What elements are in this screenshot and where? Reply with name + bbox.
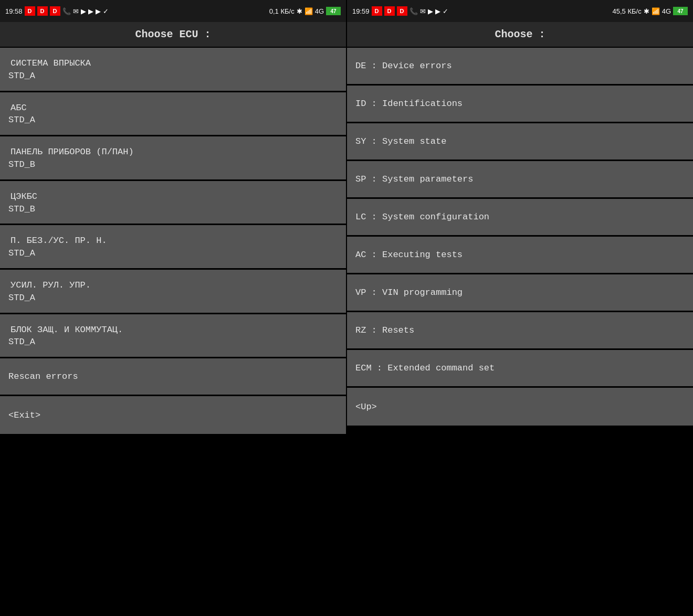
menu-item-id[interactable]: ID : Identifications	[347, 86, 693, 123]
check-icon-r: ✓	[443, 7, 448, 15]
menu-item-sistema-line1: СИСТЕМА ВПРЫСКА	[8, 57, 91, 70]
red-icon-r1: D	[372, 6, 382, 16]
signal-type-right: 4G	[662, 7, 671, 15]
menu-item-id-label: ID : Identifications	[355, 99, 463, 109]
menu-item-rescan-label: Rescan errors	[8, 371, 78, 381]
red-icon-2: D	[37, 6, 48, 16]
menu-item-lc[interactable]: LC : System configuration	[347, 199, 693, 237]
menu-item-pbez-line2: STD_A	[8, 247, 35, 260]
yt-icon-r: ▶	[428, 7, 433, 15]
status-left-icons: 19:58 D D D 📞 ✉ ▶ ▶ ▶ ✓	[5, 6, 109, 16]
menu-item-blok[interactable]: БЛОК ЗАЩ. И КОММУТАЦ. STD_A	[0, 314, 346, 359]
message-icon-r: ✉	[420, 7, 426, 15]
menu-item-vp-label: VP : VIN programming	[355, 288, 463, 298]
speed-left: 0,1 КБ/с	[269, 7, 295, 15]
menu-item-usil[interactable]: УСИЛ. РУЛ. УПР. STD_A	[0, 270, 346, 314]
menu-item-panel[interactable]: ПАНЕЛЬ ПРИБОРОВ (П/ПАН) STD_B	[0, 136, 346, 181]
menu-item-usil-line2: STD_A	[8, 292, 35, 304]
screen-left-title: Choose ECU :	[0, 22, 346, 48]
menu-item-blok-line1: БЛОК ЗАЩ. И КОММУТАЦ.	[8, 324, 123, 336]
menu-item-abs-line2: STD_A	[8, 114, 35, 126]
menu-item-up-label: <Up>	[355, 402, 377, 412]
screen-right: Choose : DE : Device errors ID : Identif…	[347, 22, 693, 616]
menu-item-sp[interactable]: SP : System parameters	[347, 161, 693, 199]
red-icon-1: D	[25, 6, 35, 16]
red-icon-r2: D	[384, 6, 395, 16]
menu-item-tsekbs-line1: ЦЭКБС	[8, 190, 37, 203]
menu-item-panel-line1: ПАНЕЛЬ ПРИБОРОВ (П/ПАН)	[8, 146, 134, 158]
phone-icon: 📞	[62, 7, 71, 15]
menu-item-exit-label: <Exit>	[8, 410, 40, 420]
bt-icon: ✱	[297, 7, 302, 15]
menu-list-left: СИСТЕМА ВПРЫСКА STD_A АБС STD_A ПАНЕЛЬ П…	[0, 48, 346, 616]
screen-right-title: Choose :	[347, 22, 693, 48]
menu-item-de[interactable]: DE : Device errors	[347, 48, 693, 86]
menu-item-sy-label: SY : System state	[355, 136, 446, 146]
menu-item-up[interactable]: <Up>	[347, 388, 693, 426]
menu-item-de-label: DE : Device errors	[355, 61, 452, 71]
signal-bars-right: 📶	[652, 7, 660, 15]
red-icon-3: D	[50, 6, 60, 16]
phone-icon-r: 📞	[410, 7, 418, 15]
status-bar-right: 19:59 D D D 📞 ✉ ▶ ▶ ✓ 45,5 КБ/с ✱ 📶 4G 4…	[347, 0, 693, 22]
yt-icon3: ▶	[96, 7, 101, 15]
menu-item-tsekbs[interactable]: ЦЭКБС STD_B	[0, 181, 346, 226]
status-right-left: 0,1 КБ/с ✱ 📶 4G 47	[269, 7, 341, 15]
menu-item-lc-label: LC : System configuration	[355, 212, 489, 222]
menu-item-vp[interactable]: VP : VIN programming	[347, 274, 693, 312]
red-icon-r3: D	[397, 6, 407, 16]
status-right-right: 45,5 КБ/с ✱ 📶 4G 47	[613, 7, 688, 15]
check-icon: ✓	[103, 7, 109, 15]
signal-type-left: 4G	[315, 7, 324, 15]
yt-icon-r2: ▶	[435, 7, 440, 15]
screen-left: Choose ECU : СИСТЕМА ВПРЫСКА STD_A АБС S…	[0, 22, 347, 616]
battery-right: 47	[673, 7, 688, 15]
menu-item-ac-label: AC : Executing tests	[355, 250, 463, 260]
time-left: 19:58	[5, 7, 23, 15]
menu-item-rz[interactable]: RZ : Resets	[347, 312, 693, 350]
menu-item-blok-line2: STD_A	[8, 336, 35, 348]
menu-item-pbez[interactable]: П. БЕЗ./УС. ПР. Н. STD_A	[0, 225, 346, 270]
menu-list-right: DE : Device errors ID : Identifications …	[347, 48, 693, 616]
menu-item-rz-label: RZ : Resets	[355, 325, 414, 335]
message-icon: ✉	[73, 7, 79, 15]
menu-item-pbez-line1: П. БЕЗ./УС. ПР. Н.	[8, 235, 107, 247]
time-right: 19:59	[352, 7, 370, 15]
menu-item-sistema-line2: STD_A	[8, 70, 35, 82]
menu-item-rescan[interactable]: Rescan errors	[0, 358, 346, 396]
status-right-icons: 19:59 D D D 📞 ✉ ▶ ▶ ✓	[352, 6, 448, 16]
speed-right: 45,5 КБ/с	[613, 7, 642, 15]
battery-left: 47	[326, 7, 341, 15]
menu-item-abs-line1: АБС	[8, 102, 27, 114]
menu-item-sy[interactable]: SY : System state	[347, 123, 693, 161]
yt-icon: ▶	[81, 7, 86, 15]
menu-item-abs[interactable]: АБС STD_A	[0, 92, 346, 137]
menu-item-tsekbs-line2: STD_B	[8, 203, 35, 216]
menu-item-sistema[interactable]: СИСТЕМА ВПРЫСКА STD_A	[0, 48, 346, 92]
menu-item-sp-label: SP : System parameters	[355, 174, 473, 184]
menu-item-ecm[interactable]: ECM : Extended command set	[347, 350, 693, 388]
menu-item-panel-line2: STD_B	[8, 158, 35, 171]
bt-icon-r: ✱	[644, 7, 649, 15]
menu-item-exit[interactable]: <Exit>	[0, 396, 346, 434]
signal-bars-left: 📶	[304, 7, 313, 15]
yt-icon2: ▶	[88, 7, 93, 15]
screens-container: Choose ECU : СИСТЕМА ВПРЫСКА STD_A АБС S…	[0, 22, 693, 616]
status-bar-left: 19:58 D D D 📞 ✉ ▶ ▶ ▶ ✓ 0,1 КБ/с ✱ 📶 4G …	[0, 0, 347, 22]
menu-item-usil-line1: УСИЛ. РУЛ. УПР.	[8, 279, 91, 292]
menu-item-ac[interactable]: AC : Executing tests	[347, 237, 693, 274]
menu-item-ecm-label: ECM : Extended command set	[355, 363, 495, 373]
